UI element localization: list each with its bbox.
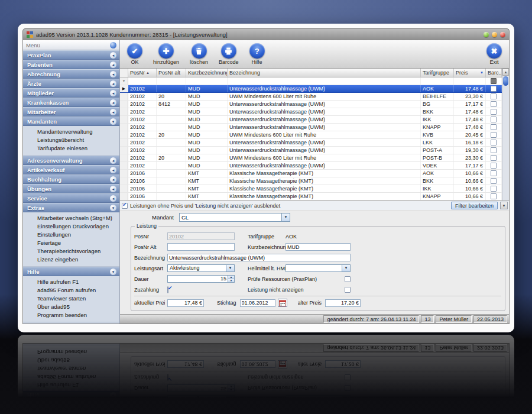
column-header-posnr-alt[interactable]: PosNr alt bbox=[157, 69, 186, 77]
menu-item-adad95-forum-aufrufen[interactable]: adad95 Forum aufrufen bbox=[23, 286, 119, 295]
table-row[interactable]: 2010220MUDUWM Mindestens 600 Liter mit R… bbox=[120, 131, 502, 139]
table-row[interactable]: 201028412MUDUnterwasserdruckstrahlmassag… bbox=[120, 101, 502, 108]
menu-item-mandantenverwaltung[interactable]: Mandantenverwaltung bbox=[23, 128, 119, 136]
table-row[interactable]: 20106KMTKlassische Massagetherapie (KMT)… bbox=[120, 170, 502, 177]
minimize-button[interactable] bbox=[484, 32, 489, 37]
menu-item-über-adad95[interactable]: Über adad95 bbox=[23, 303, 119, 311]
aktueller-preis-field[interactable] bbox=[167, 299, 204, 307]
zuzahlung-checkbox[interactable] bbox=[167, 286, 168, 293]
sidebar-item-buchhaltung[interactable]: Buchhaltung◂ bbox=[23, 174, 119, 184]
titlebar[interactable]: adad95 Version 2013.1.1028 Kundennummer:… bbox=[22, 28, 510, 40]
barcode-button[interactable]: Barcode bbox=[219, 43, 239, 65]
column-header-kurzbezeichnung[interactable]: Kurzbezeichnung bbox=[186, 69, 228, 77]
column-header-tarifgruppe[interactable]: Tarifgruppe bbox=[421, 69, 454, 77]
menu-item-feiertage[interactable]: Feiertage bbox=[23, 239, 119, 247]
filter-active-icon[interactable]: ▼ bbox=[480, 71, 484, 75]
restore-button[interactable] bbox=[492, 32, 497, 37]
column-header-bezeichnung[interactable]: Bezeichnung bbox=[228, 69, 421, 77]
menu-panel-header[interactable]: Menü bbox=[23, 40, 119, 50]
table-row[interactable]: 20106KMTKlassische Massagetherapie (KMT)… bbox=[120, 177, 502, 185]
barcode-checkbox[interactable] bbox=[491, 140, 497, 145]
barcode-checkbox[interactable] bbox=[491, 109, 497, 115]
barcode-checkbox[interactable] bbox=[491, 170, 497, 176]
table-row[interactable]: 20106KMTKlassische Massagetherapie (KMT)… bbox=[120, 185, 502, 193]
kurzbezeichnung-field[interactable] bbox=[286, 243, 351, 251]
column-header-posnr[interactable]: PosNr▲ bbox=[128, 69, 157, 77]
vertical-scrollbar[interactable]: ▲ bbox=[502, 69, 509, 200]
stepper-down-icon[interactable]: ▼ bbox=[228, 279, 234, 282]
barcode-checkbox[interactable] bbox=[491, 93, 497, 99]
hilfe-button[interactable]: ?Hilfe bbox=[249, 43, 265, 65]
mandant-combobox[interactable]: CL ▼ bbox=[179, 213, 290, 222]
sidebar-item-praxplan[interactable]: PraxPlan◂ bbox=[23, 50, 119, 60]
barcode-checkbox[interactable] bbox=[491, 86, 497, 92]
sidebar-item-hilfe[interactable]: Hilfe▾ bbox=[23, 267, 119, 276]
sidebar-item-mitglieder[interactable]: Mitglieder◂ bbox=[23, 88, 119, 98]
löschen-button[interactable]: löschen bbox=[190, 43, 208, 65]
sidebar-item-extras[interactable]: Extras▾ bbox=[23, 203, 119, 212]
menu-item-mitarbeiter-wechseln-strg-m[interactable]: Mitarbeiter wechseln (Strg+M) bbox=[23, 214, 119, 222]
column-header-barc[interactable]: Barc... bbox=[486, 69, 502, 77]
calendar-icon[interactable] bbox=[278, 299, 287, 307]
menu-item-einstellungen-druckvorlagen[interactable]: Einstellungen Druckvorlagen bbox=[23, 222, 119, 231]
edit-filter-button[interactable]: Filter bearbeiten bbox=[451, 202, 498, 209]
column-header-preis[interactable]: Preis▼ bbox=[454, 69, 486, 77]
scroll-down-icon[interactable]: ▼ bbox=[500, 202, 508, 209]
sidebar-item-mitarbeiter[interactable]: Mitarbeiter◂ bbox=[23, 107, 119, 117]
exit-button[interactable]: ✖ Exit bbox=[486, 43, 502, 65]
table-row[interactable]: 20102MUDUnterwasserdruckstrahlmassage (U… bbox=[120, 147, 502, 154]
barcode-checkbox[interactable] bbox=[491, 178, 497, 184]
sidebar-item-adressenverwaltung[interactable]: Adressenverwaltung◂ bbox=[23, 156, 119, 165]
nicht-anzeigen-checkbox[interactable] bbox=[345, 287, 351, 293]
sidebar-item-ärzte[interactable]: Ärzte◂ bbox=[23, 79, 119, 88]
barcode-filter-checkbox[interactable] bbox=[491, 78, 497, 84]
table-row[interactable]: 2010220MUDUWM Mindestens 600 Liter mit R… bbox=[120, 154, 502, 162]
hinzufügen-button[interactable]: ✚hinzufügen bbox=[153, 43, 179, 65]
table-row[interactable]: 20106KMTKlassische Massagetherapie (KMT)… bbox=[120, 193, 502, 200]
scrollbar-thumb[interactable] bbox=[503, 76, 508, 86]
sidebar-item-mandanten[interactable]: Mandanten▾ bbox=[23, 117, 119, 126]
menu-item-therapieberichtsvorlagen[interactable]: Therapieberichtsvorlagen bbox=[23, 247, 119, 255]
menu-item-lizenz-eingeben[interactable]: Lizenz eingeben bbox=[23, 255, 119, 264]
barcode-checkbox[interactable] bbox=[491, 147, 497, 153]
scroll-up-icon[interactable]: ▲ bbox=[502, 69, 509, 76]
menu-item-teamviewer-starten[interactable]: Teamviewer starten bbox=[23, 295, 119, 303]
barcode-checkbox[interactable] bbox=[491, 101, 497, 107]
barcode-checkbox[interactable] bbox=[491, 163, 497, 169]
menu-item-programm-beenden[interactable]: Programm beenden bbox=[23, 311, 119, 319]
table-row[interactable]: 20102MUDUnterwasserdruckstrahlmassage (U… bbox=[120, 116, 502, 124]
sidebar-item-artikelverkauf[interactable]: Artikelverkauf◂ bbox=[23, 165, 119, 174]
table-filter-row[interactable]: ▼ bbox=[120, 77, 502, 85]
hide-services-checkbox[interactable] bbox=[122, 203, 128, 209]
bezeichnung-field[interactable] bbox=[167, 254, 351, 261]
heilmittel-combobox[interactable]: ▼ bbox=[286, 264, 351, 272]
barcode-checkbox[interactable] bbox=[491, 124, 497, 130]
menu-item-tarifupdate-einlesen[interactable]: Tarifupdate einlesen bbox=[23, 144, 119, 153]
chevron-down-icon[interactable]: ▼ bbox=[226, 265, 234, 271]
table-row[interactable]: 20102MUDUnterwasserdruckstrahlmassage (U… bbox=[120, 162, 502, 170]
table-row[interactable]: 2010220MUDUWM Mindestens 600 Liter mit R… bbox=[120, 93, 502, 101]
posnr-alt-field[interactable] bbox=[167, 243, 235, 251]
table-row[interactable]: 20102MUDUnterwasserdruckstrahlmassage (U… bbox=[120, 139, 502, 147]
barcode-checkbox[interactable] bbox=[491, 186, 497, 192]
barcode-checkbox[interactable] bbox=[491, 117, 497, 122]
ok-button[interactable]: ✔OK bbox=[127, 43, 142, 65]
menu-item-leistungsübersicht[interactable]: Leistungsübersicht bbox=[23, 136, 119, 144]
barcode-checkbox[interactable] bbox=[491, 132, 497, 138]
barcode-checkbox[interactable] bbox=[491, 193, 497, 199]
sidebar-item-übungen[interactable]: Übungen◂ bbox=[23, 184, 119, 193]
menu-item-hilfe-aufrufen-f1[interactable]: Hilfe aufrufen F1 bbox=[23, 278, 119, 286]
table-row[interactable]: 20102MUDUnterwasserdruckstrahlmassage (U… bbox=[120, 108, 502, 116]
sidebar-item-patienten[interactable]: Patienten◂ bbox=[23, 60, 119, 69]
leistungsart-combobox[interactable]: Aktivleistung ▼ bbox=[167, 264, 235, 272]
alter-preis-field[interactable] bbox=[325, 299, 361, 307]
dauer-stepper[interactable]: 15 ▲ ▼ bbox=[167, 275, 235, 283]
pruefe-ressourcen-checkbox[interactable] bbox=[345, 276, 351, 282]
sidebar-item-service[interactable]: Service◂ bbox=[23, 193, 119, 203]
close-button[interactable] bbox=[500, 32, 505, 37]
sidebar-item-krankenkassen[interactable]: Krankenkassen◂ bbox=[23, 98, 119, 107]
chevron-down-icon[interactable]: ▼ bbox=[281, 214, 290, 221]
posnr-field[interactable] bbox=[167, 232, 235, 240]
chevron-down-icon[interactable]: ▼ bbox=[342, 265, 350, 271]
table-row[interactable]: ▶20102MUDUnterwasserdruckstrahlmassage (… bbox=[120, 85, 502, 93]
